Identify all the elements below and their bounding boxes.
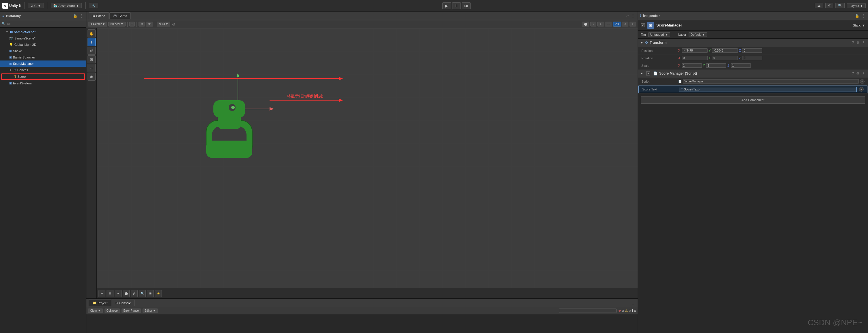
- local-button[interactable]: ⊡ Local ▼: [108, 22, 126, 27]
- script-select-button[interactable]: ⊙: [860, 79, 865, 84]
- hierarchy-item-score-manager[interactable]: ⊞ ScoreManager: [0, 60, 86, 67]
- scene-game-tabs: ⊞ Scene 🎮 Game ⤢ ⋮: [86, 11, 638, 20]
- grid-snap-btn[interactable]: ⊞: [106, 290, 114, 297]
- more-btn[interactable]: ⋯: [605, 22, 612, 27]
- expand-arrow-score: ▼: [640, 72, 643, 75]
- hierarchy-item-score[interactable]: T Score: [1, 73, 85, 80]
- sun-btn[interactable]: ☀: [597, 22, 604, 27]
- menu-c-icon: ⊙: [31, 4, 33, 7]
- scale-tool[interactable]: ⊡: [88, 55, 96, 63]
- position-y-input[interactable]: -0.5046: [712, 49, 738, 53]
- bottom-actions: ⋮: [631, 301, 635, 305]
- hierarchy-item-global-light[interactable]: 💡 Global Light 2D: [0, 41, 86, 48]
- game-tab[interactable]: 🎮 Game: [110, 12, 131, 19]
- hierarchy-item-canvas[interactable]: ▼ ⊞ Canvas: [0, 67, 86, 73]
- transform-settings-button[interactable]: ⚙: [856, 41, 860, 44]
- console-tab[interactable]: ⊞ Console: [112, 300, 134, 306]
- score-settings-button[interactable]: ⚙: [856, 71, 860, 75]
- hierarchy-item-sample-scene[interactable]: ▼ ⊞ SampleScene*: [0, 29, 86, 35]
- rect-tool[interactable]: ▭: [88, 64, 96, 72]
- snap-count-button[interactable]: 1: [129, 22, 135, 27]
- collapse-button[interactable]: Collapse: [104, 308, 120, 313]
- cloud-button[interactable]: ☁: [815, 3, 823, 8]
- sync-button[interactable]: ↺: [826, 3, 833, 8]
- grid-button[interactable]: ⊞: [138, 22, 145, 27]
- app-title: Unity 6: [9, 4, 21, 8]
- hierarchy-item-barrier-spawner[interactable]: ⊞ BarrierSpawner: [0, 54, 86, 60]
- project-tab[interactable]: 📁 Project: [89, 300, 111, 306]
- cube-btn[interactable]: ⊠: [147, 290, 154, 297]
- hierarchy-item-main-camera[interactable]: 📷 SampleScene*: [0, 35, 86, 41]
- 2d-button[interactable]: 2D: [613, 22, 621, 27]
- scene-viewport[interactable]: ✋ ✛ ↺ ⊡ ▭ ⊕: [86, 28, 638, 298]
- position-x-input[interactable]: -4.3478: [682, 49, 708, 53]
- hierarchy-search-input[interactable]: [7, 22, 84, 26]
- move-tool[interactable]: ✛: [88, 38, 96, 46]
- score-text-field[interactable]: T Score (Text): [679, 87, 857, 92]
- inspector-lock-button[interactable]: 🔓: [855, 14, 860, 18]
- search-button[interactable]: 🔍: [835, 3, 845, 8]
- scale-x-input[interactable]: 1: [682, 63, 702, 68]
- fx-btn[interactable]: ✦: [629, 22, 636, 27]
- sphere-btn[interactable]: ⬤: [582, 22, 589, 27]
- translate-btn[interactable]: ✛: [98, 290, 105, 297]
- editor-button[interactable]: Editor ▼: [143, 308, 158, 313]
- scene-settings-button[interactable]: ⚙: [172, 22, 176, 27]
- hand-tool[interactable]: ✋: [88, 29, 96, 37]
- hierarchy-lock-button[interactable]: 🔓: [72, 14, 78, 18]
- hierarchy-content: ▼ ⊞ SampleScene* 📷 SampleScene* 💡 Global…: [0, 28, 86, 333]
- scene-maximize-button[interactable]: ⤢: [625, 14, 629, 18]
- scale-z-input[interactable]: 1: [731, 63, 751, 68]
- search-scene-btn[interactable]: 🔍: [139, 290, 146, 297]
- sphere-tool-btn[interactable]: ⬤: [123, 290, 130, 297]
- menu-c-button[interactable]: ⊙ C ▼: [28, 3, 43, 8]
- hierarchy-menu-button[interactable]: ⋮: [79, 14, 84, 18]
- score-manager-component: ▼ ✓ 📄 Score Manager (Script) ? ⚙ ⋮ Scrip…: [638, 69, 868, 94]
- particles-btn[interactable]: ⁕: [115, 290, 122, 297]
- rotation-z-input[interactable]: 0: [742, 56, 762, 60]
- paint-btn[interactable]: 🖌: [131, 290, 138, 297]
- main-camera-label: SampleScene*: [14, 37, 35, 40]
- visibility-button[interactable]: 👁: [146, 22, 153, 27]
- script-value-input[interactable]: ScoreManager: [683, 79, 859, 84]
- toolbar-extra-button[interactable]: 🔧: [89, 3, 98, 8]
- hierarchy-item-snake[interactable]: ⊞ Snake: [0, 48, 86, 54]
- transform-tool[interactable]: ⊕: [88, 72, 96, 81]
- transform-menu-button[interactable]: ⋮: [861, 41, 866, 44]
- rotate-tool[interactable]: ↺: [88, 47, 96, 55]
- all-filter-button[interactable]: ⊙ All ▼: [157, 22, 170, 27]
- score-text-select-button[interactable]: ⊙: [859, 87, 864, 92]
- bottom-menu-button[interactable]: ⋮: [631, 301, 635, 305]
- position-z-input[interactable]: 0: [742, 49, 762, 53]
- hierarchy-item-event-system[interactable]: ⊞ EventSystem: [0, 80, 86, 86]
- asset-store-button[interactable]: 🏪 Asset Store ▼: [51, 3, 82, 8]
- inspector-menu-button[interactable]: ⋮: [861, 14, 866, 18]
- score-manager-header[interactable]: ▼ ✓ 📄 Score Manager (Script) ? ⚙ ⋮: [638, 69, 868, 78]
- tag-dropdown[interactable]: Untagged ▼: [648, 32, 671, 37]
- console-search-input[interactable]: [559, 308, 617, 313]
- score-help-button[interactable]: ?: [851, 71, 855, 75]
- hierarchy-header: ≡ Hierarchy 🔓 ⋮: [0, 11, 86, 20]
- gizmos-btn[interactable]: ⊹: [622, 22, 628, 27]
- scene-tab[interactable]: ⊞ Scene: [89, 12, 109, 19]
- scale-y-input[interactable]: 1: [706, 63, 726, 68]
- circle-btn[interactable]: ○: [590, 22, 596, 27]
- lightning-btn[interactable]: ⚡: [155, 290, 162, 297]
- layout-button[interactable]: Layout ▼: [847, 3, 866, 8]
- score-manager-enabled[interactable]: ✓: [646, 71, 650, 75]
- transform-header[interactable]: ▼ ⊹ Transform ? ⚙ ⋮: [638, 39, 868, 47]
- rotation-y-input[interactable]: 0: [712, 56, 738, 60]
- scene-menu-button[interactable]: ⋮: [631, 14, 635, 18]
- pause-button[interactable]: ⏸: [452, 2, 461, 9]
- object-enabled-checkbox[interactable]: ✓: [641, 23, 645, 27]
- rotation-x-input[interactable]: 0: [682, 56, 708, 60]
- step-button[interactable]: ⏭: [462, 2, 471, 9]
- clear-button[interactable]: Clear ▼: [88, 308, 103, 313]
- layer-dropdown[interactable]: Default ▼: [689, 32, 707, 37]
- transform-help-button[interactable]: ?: [851, 41, 855, 44]
- score-menu-button[interactable]: ⋮: [861, 71, 866, 75]
- add-component-button[interactable]: Add Component: [641, 96, 865, 104]
- error-pause-button[interactable]: Error Pause: [122, 308, 141, 313]
- center-button[interactable]: ✛ Center ▼: [88, 22, 107, 27]
- play-button[interactable]: ▶: [442, 2, 451, 9]
